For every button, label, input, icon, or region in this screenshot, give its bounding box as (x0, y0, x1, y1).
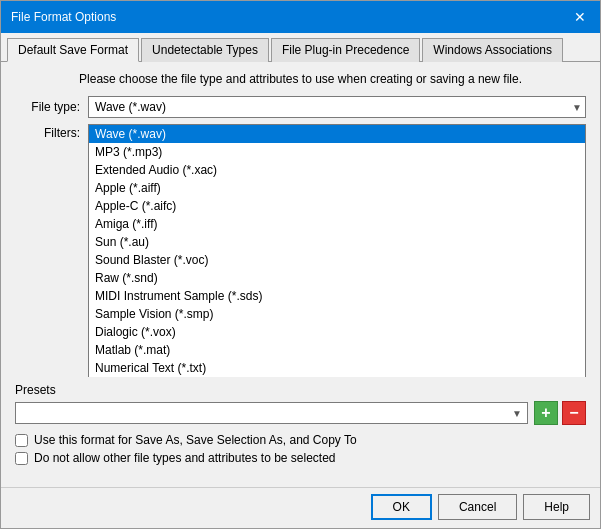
help-button[interactable]: Help (523, 494, 590, 520)
file-type-select[interactable]: Wave (*.wav)MP3 (*.mp3)Extended Audio (*… (88, 96, 586, 118)
dropdown-item[interactable]: Dialogic (*.vox) (89, 323, 585, 341)
dropdown-item[interactable]: Matlab (*.mat) (89, 341, 585, 359)
presets-combo[interactable] (15, 402, 528, 424)
checkbox-row-1: Use this format for Save As, Save Select… (15, 433, 586, 447)
checkbox-row-2: Do not allow other file types and attrib… (15, 451, 586, 465)
tab-default-save-format[interactable]: Default Save Format (7, 38, 139, 62)
preset-add-button[interactable]: + (534, 401, 558, 425)
dropdown-item[interactable]: MIDI Instrument Sample (*.sds) (89, 287, 585, 305)
dropdown-item[interactable]: MP3 (*.mp3) (89, 143, 585, 161)
file-type-label: File type: (15, 100, 80, 114)
filters-label: Filters: (15, 124, 80, 140)
dialog-title: File Format Options (11, 10, 116, 24)
file-type-row: File type: Wave (*.wav)MP3 (*.mp3)Extend… (15, 96, 586, 118)
dropdown-item[interactable]: Apple (*.aiff) (89, 179, 585, 197)
dropdown-item[interactable]: Apple-C (*.aifc) (89, 197, 585, 215)
no-other-types-checkbox[interactable] (15, 452, 28, 465)
checkboxes-section: Use this format for Save As, Save Select… (15, 433, 586, 469)
close-button[interactable]: ✕ (570, 7, 590, 27)
main-content: Please choose the file type and attribut… (1, 62, 600, 487)
save-as-label: Use this format for Save As, Save Select… (34, 433, 357, 447)
description-text: Please choose the file type and attribut… (15, 72, 586, 86)
cancel-button[interactable]: Cancel (438, 494, 517, 520)
dropdown-item[interactable]: Wave (*.wav) (89, 125, 585, 143)
tab-bar: Default Save Format Undetectable Types F… (1, 33, 600, 62)
presets-section: Presets ▼ + − (15, 383, 586, 425)
footer-buttons: OK Cancel Help (1, 487, 600, 528)
file-format-options-dialog: File Format Options ✕ Default Save Forma… (0, 0, 601, 529)
dropdown-item[interactable]: Amiga (*.iff) (89, 215, 585, 233)
dropdown-item[interactable]: Sample Vision (*.smp) (89, 305, 585, 323)
dropdown-item[interactable]: Sound Blaster (*.voc) (89, 251, 585, 269)
title-bar: File Format Options ✕ (1, 1, 600, 33)
ok-button[interactable]: OK (371, 494, 432, 520)
dropdown-item[interactable]: Numerical Text (*.txt) (89, 359, 585, 377)
dropdown-item[interactable]: Extended Audio (*.xac) (89, 161, 585, 179)
save-as-checkbox[interactable] (15, 434, 28, 447)
filters-row: Filters: Wave (*.wav)MP3 (*.mp3)Extended… (15, 124, 586, 377)
tab-file-plugin-precedence[interactable]: File Plug-in Precedence (271, 38, 420, 62)
preset-remove-button[interactable]: − (562, 401, 586, 425)
tab-windows-associations[interactable]: Windows Associations (422, 38, 563, 62)
tab-undetectable-types[interactable]: Undetectable Types (141, 38, 269, 62)
filters-area: Wave (*.wav)MP3 (*.mp3)Extended Audio (*… (88, 124, 586, 377)
no-other-types-label: Do not allow other file types and attrib… (34, 451, 336, 465)
presets-label: Presets (15, 383, 586, 397)
presets-row: ▼ + − (15, 401, 586, 425)
file-type-container: Wave (*.wav)MP3 (*.mp3)Extended Audio (*… (88, 96, 586, 118)
dropdown-item[interactable]: Sun (*.au) (89, 233, 585, 251)
filetype-dropdown-open[interactable]: Wave (*.wav)MP3 (*.mp3)Extended Audio (*… (88, 124, 586, 377)
dropdown-item[interactable]: Raw (*.snd) (89, 269, 585, 287)
